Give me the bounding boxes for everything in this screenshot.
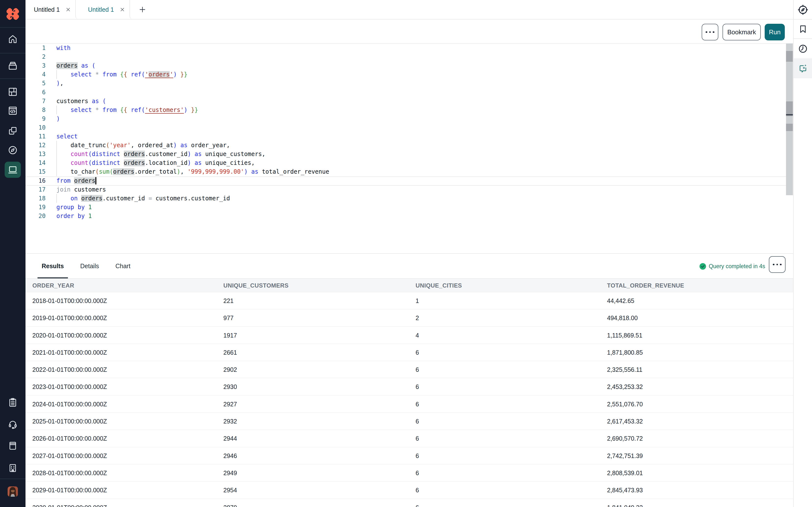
code-line[interactable]: 5), [26,79,786,88]
table-cell: 2927 [223,396,237,413]
tab-untitled-1[interactable]: Untitled 1 [26,0,80,19]
results-tab-bar: ResultsDetailsChart [26,254,793,279]
code-line[interactable]: 6 [26,88,786,97]
strip-item-discover[interactable] [794,2,812,18]
code-text: join customers [56,185,106,194]
new-tab-button[interactable] [134,0,151,19]
close-icon[interactable] [65,7,71,12]
code-line[interactable]: 3orders as ( [26,61,786,70]
code-line[interactable]: 4 select * from {{ ref('orders') }} [26,70,786,79]
laptop-icon [7,164,18,175]
sidebar-item-docs[interactable] [0,438,26,454]
table-cell: 6 [415,464,419,482]
code-line[interactable]: 12 date_trunc('year', ordered_at) as ord… [26,141,786,150]
code-line[interactable]: 18 on orders.customer_id = customers.cus… [26,194,786,203]
tab-untitled-2[interactable]: Untitled 1 [80,0,134,19]
table-row: 2027-01-01T00:00:00.000Z294662,742,751.3… [26,447,793,464]
sidebar-item-develop[interactable] [0,103,26,119]
code-line[interactable]: 2 [26,52,786,61]
code-line[interactable]: 8 select * from {{ ref('customers') }} [26,106,786,114]
table-cell: 494,818.00 [607,309,638,327]
code-line[interactable]: 19group by 1 [26,203,786,212]
table-cell: 6 [415,361,419,378]
more-options-button[interactable] [702,24,718,41]
sidebar-item-windows[interactable] [0,123,26,138]
results-table-header: ORDER_YEARUNIQUE_CUSTOMERSUNIQUE_CITIEST… [26,279,793,292]
table-cell: 6 [415,413,419,430]
table-row: 2029-01-01T00:00:00.000Z295462,845,473.9… [26,482,793,499]
table-cell: 6 [415,482,419,499]
scrollbar-thumb[interactable] [786,51,793,62]
editor-toolbar: Bookmark Run [26,19,793,44]
results-tab-details[interactable]: Details [76,253,103,279]
query-status: Query completed in 4s [699,254,765,279]
right-icon-strip [793,0,812,507]
sidebar-item-support[interactable] [0,416,26,432]
code-line[interactable]: 1with [26,44,786,52]
results-more-button[interactable] [769,256,785,273]
code-window-icon [7,105,18,116]
code-line[interactable]: 7customers as ( [26,97,786,106]
compass-dial-icon [797,4,809,15]
code-text: from orders [56,176,95,185]
results-tab-chart[interactable]: Chart [111,253,135,279]
sidebar-item-home[interactable] [0,31,26,47]
table-row: 2026-01-01T00:00:00.000Z294462,690,570.7… [26,430,793,447]
editor-scrollbar[interactable] [786,44,793,195]
tab-label: Untitled 1 [88,6,114,13]
code-line[interactable]: 13 count(distinct orders.customer_id) as… [26,150,786,159]
table-cell: 2954 [223,482,237,499]
table-cell: 4 [415,327,419,344]
table-cell: 2944 [223,430,237,447]
table-cell: 2,551,076.70 [607,396,643,413]
table-cell: 6 [415,499,419,507]
table-cell: 1,115,869.51 [607,327,642,344]
scrollbar-annotation [786,101,793,116]
dot [709,31,711,33]
layout-grid-icon [7,87,18,97]
table-cell: 6 [415,378,419,395]
strip-divider [794,39,812,39]
sidebar-item-explore[interactable] [0,142,26,158]
code-text: with [56,44,70,52]
results-table-body: 2018-01-01T00:00:00.000Z221144,442.65201… [26,292,793,507]
line-number: 15 [26,167,46,176]
code-line[interactable]: 11select [26,132,786,141]
sidebar-item-dashboards[interactable] [0,84,26,100]
ellipsis-icon [706,31,714,33]
strip-item-bookmarks[interactable] [794,21,812,37]
user-avatar[interactable] [0,486,26,497]
sidebar-item-studio-active[interactable] [5,162,21,178]
avatar-image [8,487,18,497]
table-row: 2024-01-01T00:00:00.000Z292762,551,076.7… [26,396,793,413]
line-number: 11 [26,132,46,141]
sql-editor[interactable]: 1with23orders as (4 select * from {{ ref… [26,44,793,253]
sidebar-item-stack[interactable] [0,58,26,73]
strip-item-copilot[interactable] [794,59,812,78]
text-cursor [95,177,96,184]
code-line[interactable]: 10 [26,123,786,132]
sidebar-item-tasks[interactable] [0,395,26,410]
code-text: group by 1 [56,203,92,212]
sidebar-divider [0,27,26,28]
dbt-logo[interactable] [0,6,26,22]
table-row: 2025-01-01T00:00:00.000Z293262,617,453.3… [26,413,793,430]
table-cell: 2,690,570.72 [607,430,643,447]
code-line[interactable]: 9) [26,114,786,123]
sidebar-item-organization[interactable] [0,460,26,476]
code-line[interactable]: 20order by 1 [26,212,786,220]
line-number: 2 [26,52,46,61]
table-cell: 2022-01-01T00:00:00.000Z [32,361,107,378]
bookmark-button[interactable]: Bookmark [722,24,761,41]
results-tab-results[interactable]: Results [38,253,68,279]
code-line[interactable]: 15 to_char(sum(orders.order_total), '999… [26,167,786,176]
close-icon[interactable] [119,7,125,12]
code-line[interactable]: 17join customers [26,185,786,194]
code-line[interactable]: 16from orders [26,176,786,185]
strip-item-history[interactable] [794,41,812,57]
table-cell: 1,871,800.85 [607,344,643,361]
column-header: ORDER_YEAR [32,279,74,292]
code-line[interactable]: 14 count(distinct orders.location_id) as… [26,159,786,167]
line-number: 12 [26,141,46,150]
run-button[interactable]: Run [765,24,785,41]
